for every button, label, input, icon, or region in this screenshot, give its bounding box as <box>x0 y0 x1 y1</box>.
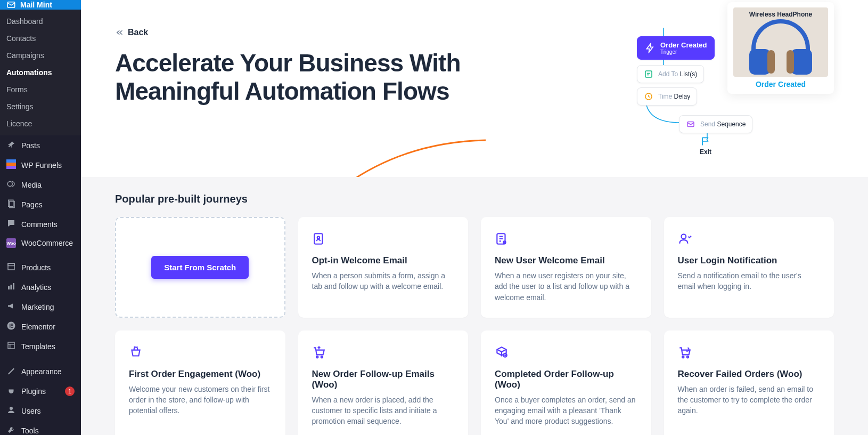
svg-rect-2 <box>6 163 16 166</box>
back-label: Back <box>128 28 148 37</box>
woocommerce-icon: Woo <box>6 238 16 248</box>
submenu-item-contacts[interactable]: Contacts <box>0 30 81 47</box>
nav-label: Analytics <box>21 283 75 292</box>
submenu-item-settings[interactable]: Settings <box>0 98 81 115</box>
nav-item-media[interactable]: Media <box>0 175 81 195</box>
back-link[interactable]: Back <box>115 28 148 37</box>
start-from-scratch-button[interactable]: Start From Scratch <box>151 256 249 279</box>
nav-item-users[interactable]: Users <box>0 401 81 421</box>
svg-rect-3 <box>6 166 16 169</box>
nav-item-elementor[interactable]: Elementor <box>0 317 81 336</box>
mail-seq-icon <box>686 119 695 129</box>
bolt-icon <box>645 43 656 53</box>
journey-card[interactable]: User Login NotificationSend a notificati… <box>664 217 834 318</box>
nav-item-posts[interactable]: Posts <box>0 135 81 155</box>
journey-icon <box>312 232 326 246</box>
journey-title: Recover Failed Orders (Woo) <box>678 369 821 380</box>
svg-rect-15 <box>11 325 13 326</box>
nav-item-templates[interactable]: Templates <box>0 336 81 356</box>
submenu-item-automations[interactable]: Automations <box>0 64 81 81</box>
nav-label: Tools <box>21 426 75 435</box>
journey-grid: Start From ScratchOpt-in Welcome EmailWh… <box>115 217 834 435</box>
svg-rect-19 <box>645 71 652 77</box>
svg-rect-16 <box>11 327 13 328</box>
nav-item-woocommerce[interactable]: WooWooCommerce <box>0 234 81 252</box>
product-link[interactable]: Order Created <box>756 80 806 88</box>
flow-exit-node: Exit <box>700 136 711 156</box>
brand-label: Mail Mint <box>20 1 52 9</box>
journey-desc: When a person submits a form, assign a t… <box>312 270 455 292</box>
journey-icon <box>495 232 509 246</box>
nav-item-products[interactable]: Products <box>0 257 81 277</box>
svg-rect-17 <box>8 342 14 349</box>
journey-icon <box>678 232 692 246</box>
nav-label: Users <box>21 407 75 415</box>
flow-trigger-node: Order Created Trigger <box>637 36 715 60</box>
tools-icon <box>6 425 16 435</box>
nav-label: WooCommerce <box>21 239 75 247</box>
nav-badge: 1 <box>65 386 75 396</box>
journey-desc: Send a notification email to the user's … <box>678 270 821 292</box>
flow-exit-label: Exit <box>700 148 711 156</box>
nav-label: Products <box>21 263 75 272</box>
product-name: Wireless HeadPhone <box>733 11 828 18</box>
submenu-item-campaigns[interactable]: Campaigns <box>0 47 81 64</box>
nav-item-marketing[interactable]: Marketing <box>0 297 81 317</box>
nav-label: Marketing <box>21 303 75 311</box>
page-title: Accelerate Your Business WithMeaningful … <box>115 49 616 106</box>
journey-title: Opt-in Welcome Email <box>312 255 455 266</box>
submenu-item-licence[interactable]: Licence <box>0 115 81 132</box>
svg-point-30 <box>686 356 688 358</box>
start-from-scratch-card[interactable]: Start From Scratch <box>115 217 285 318</box>
users-icon <box>6 405 16 416</box>
journey-card[interactable]: Completed Order Follow-up (Woo)Once a bu… <box>481 331 651 435</box>
journey-card[interactable]: New User Welcome EmailWhen a new user re… <box>481 217 651 318</box>
marketing-icon <box>6 301 16 312</box>
nav-item-comments[interactable]: Comments <box>0 214 81 234</box>
submenu-item-dashboard[interactable]: Dashboard <box>0 13 81 30</box>
analytics-icon <box>6 281 16 293</box>
submenu-item-forms[interactable]: Forms <box>0 81 81 98</box>
nav-item-analytics[interactable]: Analytics <box>0 277 81 297</box>
product-image: Wireless HeadPhone <box>733 7 828 77</box>
nav-item-wp-funnels[interactable]: WP Funnels <box>0 155 81 175</box>
nav-item-tools[interactable]: Tools <box>0 421 81 435</box>
journey-title: User Login Notification <box>678 255 821 266</box>
nav-label: Appearance <box>21 367 75 376</box>
section-title: Popular pre-built journeys <box>115 193 834 205</box>
journey-desc: When an order is failed, send an email t… <box>678 384 821 416</box>
svg-rect-14 <box>11 324 13 325</box>
media-icon <box>6 179 16 190</box>
journey-desc: When a new order is placed, add the cust… <box>312 394 455 427</box>
content-area: Popular pre-built journeys Start From Sc… <box>81 177 868 435</box>
journey-icon <box>495 345 509 359</box>
svg-rect-8 <box>8 263 14 266</box>
journey-desc: Welcome your new customers on their firs… <box>129 384 272 416</box>
svg-rect-10 <box>11 285 12 289</box>
journey-title: New Order Follow-up Emails (Woo) <box>312 369 455 390</box>
svg-rect-11 <box>13 283 14 289</box>
mailmint-submenu: DashboardContactsCampaignsAutomationsFor… <box>0 10 81 135</box>
journey-card[interactable]: First Order Engagement (Woo)Welcome your… <box>115 331 285 435</box>
nav-item-plugins[interactable]: Plugins1 <box>0 381 81 401</box>
svg-point-29 <box>682 356 684 358</box>
svg-rect-13 <box>10 324 11 328</box>
flag-icon <box>700 136 711 147</box>
nav-item-appearance[interactable]: Appearance <box>0 361 81 381</box>
journey-card[interactable]: Recover Failed Orders (Woo)When an order… <box>664 331 834 435</box>
journey-card[interactable]: Opt-in Welcome EmailWhen a person submit… <box>298 217 469 318</box>
nav-label: Pages <box>21 200 75 209</box>
list-add-icon <box>644 69 653 79</box>
elementor-icon <box>6 321 16 332</box>
nav-label: Media <box>21 181 75 189</box>
svg-point-27 <box>321 356 322 358</box>
product-preview-card: Wireless HeadPhone Order Created <box>727 2 834 94</box>
brand-row[interactable]: Mail Mint <box>0 0 81 10</box>
svg-point-18 <box>10 407 13 410</box>
appearance-icon <box>6 366 16 377</box>
nav-item-pages[interactable]: Pages <box>0 195 81 214</box>
svg-point-25 <box>681 234 686 239</box>
svg-point-23 <box>317 237 319 239</box>
plugins-icon <box>6 385 16 397</box>
journey-card[interactable]: New Order Follow-up Emails (Woo)When a n… <box>298 331 469 435</box>
